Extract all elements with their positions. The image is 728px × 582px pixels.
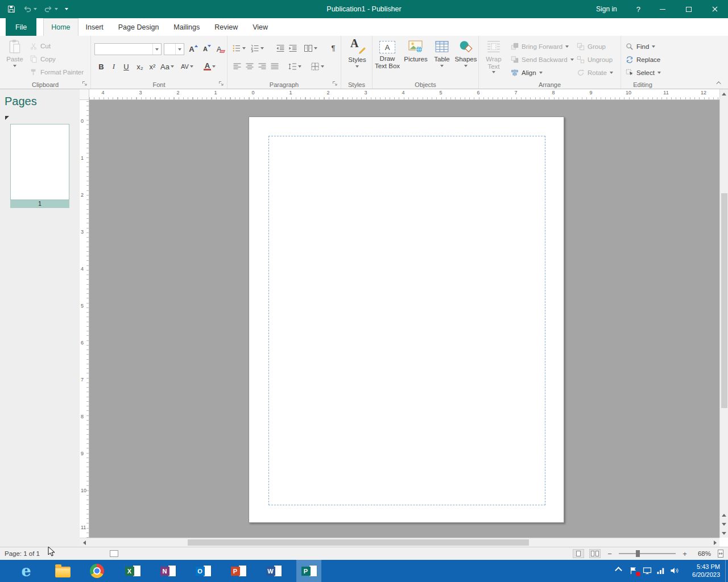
draw-text-box-button[interactable]: A Draw Text Box (374, 39, 401, 70)
ungroup-button[interactable]: Ungroup (577, 56, 613, 64)
tray-clock[interactable]: 5:43 PM 6/20/2023 (692, 563, 720, 579)
two-page-spread-view-button[interactable] (589, 549, 601, 558)
network-icon[interactable] (656, 566, 665, 575)
shrink-font-button[interactable]: A (200, 43, 214, 55)
tab-page-design[interactable]: Page Design (111, 18, 167, 36)
zoom-in-button[interactable]: + (681, 550, 689, 558)
font-name-dropdown[interactable] (152, 44, 161, 55)
format-painter-button[interactable]: Format Painter (30, 68, 84, 76)
font-size-input[interactable] (164, 44, 175, 55)
single-page-view-button[interactable] (573, 549, 584, 558)
close-button[interactable] (702, 0, 728, 18)
paste-button[interactable]: Paste (3, 39, 26, 67)
taskbar-word[interactable]: W (261, 560, 286, 582)
tab-insert[interactable]: Insert (78, 18, 111, 36)
taskbar-excel[interactable]: X (120, 560, 145, 582)
scroll-up-button[interactable] (720, 89, 728, 98)
change-case-button[interactable]: Aa (160, 61, 174, 72)
subscript-button[interactable]: x₂ (134, 61, 146, 72)
tray-expand-chevron-icon[interactable] (615, 567, 622, 574)
volume-icon[interactable] (670, 566, 679, 575)
wrap-text-button[interactable]: Wrap Text (481, 39, 506, 73)
taskbar-onenote[interactable]: N (155, 560, 180, 582)
font-color-button[interactable]: A (204, 61, 216, 72)
tab-review[interactable]: Review (207, 18, 245, 36)
fit-page-button[interactable] (716, 549, 725, 558)
align-right-button[interactable] (257, 61, 267, 72)
bring-forward-button[interactable]: Bring Forward (511, 43, 569, 51)
page-indicator[interactable]: Page: 1 of 1 (5, 550, 40, 557)
horizontal-ruler[interactable]: 43210123456789101112 (89, 89, 719, 100)
zoom-out-button[interactable]: − (606, 550, 614, 558)
tab-home[interactable]: Home (43, 18, 78, 36)
justify-button[interactable] (270, 61, 280, 72)
scratch-area[interactable] (89, 100, 719, 538)
scroll-down-button[interactable] (720, 529, 728, 538)
table-button[interactable]: Table (431, 39, 453, 67)
copy-button[interactable]: Copy (30, 55, 56, 63)
collapse-ribbon-button[interactable] (715, 80, 723, 86)
find-button[interactable]: Find (626, 43, 655, 51)
show-formatting-button[interactable]: ¶ (328, 42, 339, 53)
styles-button[interactable]: A Styles (345, 40, 370, 68)
scroll-left-button[interactable] (80, 538, 89, 547)
horizontal-scroll-thumb[interactable] (188, 539, 529, 546)
clear-formatting-button[interactable]: A (214, 43, 229, 55)
sign-in-button[interactable]: Sign in (586, 0, 627, 18)
tab-file[interactable]: File (6, 18, 36, 36)
scroll-right-button[interactable] (710, 538, 719, 547)
increase-indent-button[interactable] (288, 43, 298, 53)
pictures-button[interactable]: Pictures (402, 39, 429, 63)
notification-flag-icon[interactable] (629, 566, 638, 575)
send-backward-button[interactable]: Send Backward (511, 56, 574, 64)
publication-page[interactable] (249, 117, 564, 523)
zoom-slider-thumb[interactable] (636, 550, 640, 557)
zoom-slider[interactable] (619, 553, 676, 554)
vertical-ruler[interactable]: 01234567891011 (80, 100, 89, 538)
page-thumbnail[interactable]: 1 (10, 124, 69, 208)
taskbar-outlook[interactable]: O (191, 560, 216, 582)
show-desktop-button[interactable] (725, 560, 728, 582)
line-spacing-button[interactable] (288, 61, 301, 72)
next-page-button[interactable] (720, 520, 728, 529)
select-button[interactable]: Select (626, 69, 661, 77)
taskbar-chrome[interactable] (84, 560, 109, 582)
shapes-button[interactable]: Shapes (454, 39, 477, 67)
help-button[interactable]: ? (627, 0, 650, 18)
columns-button[interactable] (304, 43, 317, 53)
numbering-button[interactable] (250, 43, 264, 53)
clipboard-dialog-launcher[interactable] (82, 81, 88, 86)
font-size-dropdown[interactable] (175, 44, 184, 55)
borders-button[interactable] (311, 61, 324, 72)
bold-button[interactable]: B (96, 61, 107, 72)
paragraph-dialog-launcher[interactable] (332, 81, 338, 86)
align-center-button[interactable] (245, 61, 255, 72)
page-thumbnail-preview[interactable] (10, 124, 69, 200)
underline-button[interactable]: U (121, 61, 132, 72)
tab-view[interactable]: View (245, 18, 275, 36)
rotate-button[interactable]: Rotate (577, 69, 613, 77)
italic-button[interactable]: I (108, 61, 119, 72)
minimize-button[interactable] (650, 0, 676, 18)
taskbar-internet-explorer[interactable]: e (14, 560, 39, 582)
font-dialog-launcher[interactable] (218, 81, 224, 86)
replace-button[interactable]: Replace (626, 56, 660, 64)
font-size-combobox[interactable] (164, 43, 184, 55)
taskbar-publisher[interactable]: P (296, 560, 321, 582)
bullets-button[interactable] (232, 43, 246, 53)
font-name-input[interactable] (95, 44, 152, 55)
cut-button[interactable]: Cut (30, 42, 51, 50)
font-name-combobox[interactable] (94, 43, 162, 55)
character-spacing-button[interactable]: AV (181, 61, 193, 72)
align-left-button[interactable] (232, 61, 242, 72)
zoom-percentage[interactable]: 68% (694, 550, 711, 557)
superscript-button[interactable]: x² (147, 61, 158, 72)
group-button[interactable]: Group (577, 43, 606, 51)
tab-mailings[interactable]: Mailings (166, 18, 207, 36)
maximize-button[interactable] (676, 0, 702, 18)
previous-page-button[interactable] (720, 511, 728, 519)
collapse-pages-panel-icon[interactable] (5, 116, 9, 120)
taskbar-powerpoint[interactable]: P (226, 560, 251, 582)
vertical-scrollbar[interactable] (719, 89, 728, 538)
taskbar-file-explorer[interactable] (50, 560, 75, 582)
